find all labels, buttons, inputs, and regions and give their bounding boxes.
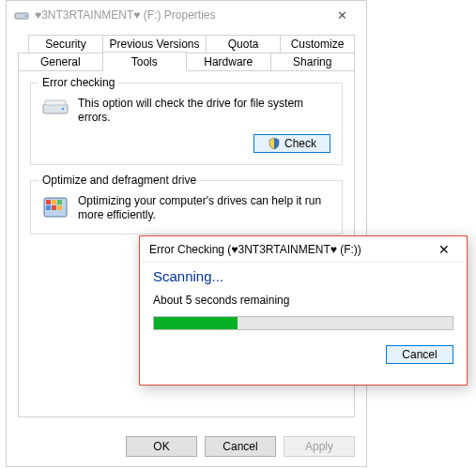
hdd-icon [42, 98, 69, 117]
svg-rect-4 [45, 100, 66, 105]
tab-tools[interactable]: Tools [102, 52, 188, 71]
svg-point-3 [62, 108, 65, 111]
svg-rect-7 [52, 200, 56, 204]
progress-bar [153, 316, 453, 330]
check-button[interactable]: Check [253, 134, 330, 153]
tab-general[interactable]: General [18, 53, 103, 71]
cancel-button[interactable]: Cancel [205, 436, 276, 457]
modal-title: Error Checking (♥3NT3RTAINMENT♥ (F:)) [149, 243, 425, 256]
error-checking-group: Error checking This option will check th… [30, 83, 343, 165]
tab-hardware[interactable]: Hardware [186, 53, 271, 71]
svg-rect-10 [52, 205, 56, 210]
apply-button: Apply [284, 436, 355, 457]
tab-sharing[interactable]: Sharing [270, 53, 356, 71]
error-checking-title: Error checking [38, 76, 118, 89]
optimize-group: Optimize and defragment drive [30, 180, 343, 234]
modal-titlebar[interactable]: Error Checking (♥3NT3RTAINMENT♥ (F:)) ✕ [140, 236, 467, 263]
close-button[interactable]: ✕ [321, 1, 362, 29]
dialog-button-row: OK Cancel Apply [126, 436, 355, 457]
error-checking-desc: This option will check the drive for fil… [78, 97, 330, 125]
time-remaining: About 5 seconds remaining [153, 294, 453, 307]
drive-icon [14, 8, 29, 23]
optimize-title: Optimize and defragment drive [38, 174, 200, 187]
modal-close-button[interactable]: ✕ [425, 236, 463, 263]
svg-rect-9 [46, 205, 51, 210]
svg-point-1 [25, 15, 27, 17]
svg-rect-8 [57, 200, 62, 204]
ok-button[interactable]: OK [126, 436, 197, 457]
defrag-icon [42, 194, 69, 220]
svg-rect-6 [46, 200, 51, 204]
window-title: ♥3NT3RTAINMENT♥ (F:) Properties [35, 8, 321, 22]
svg-rect-11 [57, 205, 62, 210]
shield-icon [268, 137, 281, 150]
properties-window: ♥3NT3RTAINMENT♥ (F:) Properties ✕ Securi… [6, 0, 367, 467]
tab-previous-versions[interactable]: Previous Versions [102, 35, 207, 53]
titlebar[interactable]: ♥3NT3RTAINMENT♥ (F:) Properties ✕ [7, 1, 366, 29]
modal-cancel-button[interactable]: Cancel [386, 345, 453, 364]
progress-fill [154, 317, 238, 329]
optimize-desc: Optimizing your computer's drives can he… [78, 194, 330, 222]
check-button-label: Check [284, 137, 316, 150]
scanning-status: Scanning... [153, 268, 453, 284]
tab-security[interactable]: Security [28, 35, 103, 53]
error-checking-dialog: Error Checking (♥3NT3RTAINMENT♥ (F:)) ✕ … [139, 235, 468, 386]
tab-customize[interactable]: Customize [280, 35, 355, 53]
tab-quota[interactable]: Quota [206, 35, 281, 53]
